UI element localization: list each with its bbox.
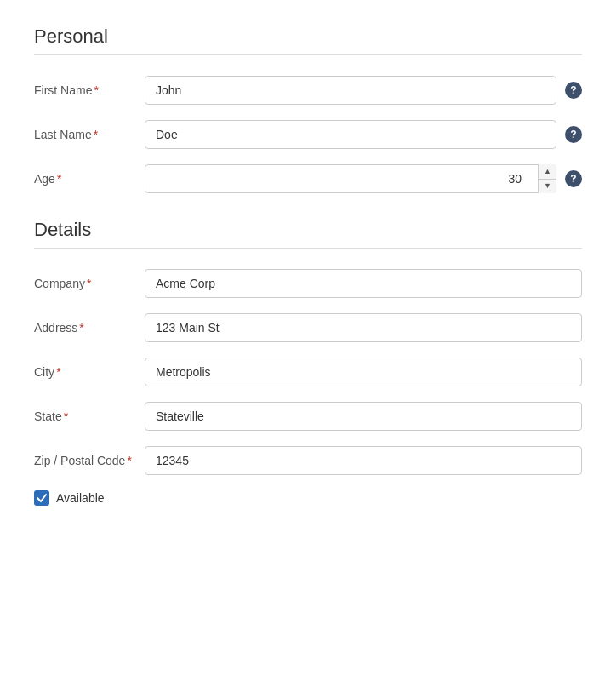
available-checkbox[interactable] [34,490,49,506]
details-section: Details Company* Address* City* State* [34,219,582,506]
zip-input[interactable] [145,446,582,475]
check-icon [37,493,47,503]
age-spinner: ▲ ▼ [538,164,556,193]
city-input[interactable] [145,358,582,386]
first-name-required: * [94,83,98,97]
state-required: * [64,409,68,423]
age-input[interactable] [145,164,556,193]
age-decrement-button[interactable]: ▼ [539,180,556,194]
personal-divider [34,54,582,55]
personal-section-title: Personal [34,26,582,48]
last-name-label: Last Name* [34,128,145,141]
city-required: * [56,365,60,379]
first-name-row: First Name* ? [34,76,582,105]
first-name-label: First Name* [34,83,145,97]
state-input[interactable] [145,402,582,431]
address-label: Address* [34,321,145,335]
city-row: City* [34,358,582,386]
first-name-input-wrapper [145,76,556,105]
city-label: City* [34,365,145,379]
zip-row: Zip / Postal Code* [34,446,582,475]
first-name-help-icon[interactable]: ? [565,82,582,99]
last-name-row: Last Name* ? [34,120,582,149]
zip-label: Zip / Postal Code* [34,454,145,467]
last-name-help-icon[interactable]: ? [565,126,582,143]
state-label: State* [34,409,145,423]
company-input-wrapper [145,269,582,298]
address-row: Address* [34,313,582,342]
age-required: * [57,172,61,186]
available-row: Available [34,490,582,506]
last-name-input-wrapper [145,120,556,149]
address-input[interactable] [145,313,582,342]
company-input[interactable] [145,269,582,298]
state-input-wrapper [145,402,582,431]
zip-required: * [127,454,131,467]
company-required: * [87,277,91,290]
details-section-title: Details [34,219,582,241]
address-input-wrapper [145,313,582,342]
company-label: Company* [34,277,145,290]
last-name-required: * [94,128,98,141]
age-input-wrapper: ▲ ▼ [145,164,556,193]
address-required: * [79,321,83,335]
personal-section: Personal First Name* ? Last Name* ? Age*… [34,26,582,193]
zip-input-wrapper [145,446,582,475]
age-row: Age* ▲ ▼ ? [34,164,582,193]
age-increment-button[interactable]: ▲ [539,164,556,180]
first-name-input[interactable] [145,76,556,105]
age-label: Age* [34,172,145,186]
city-input-wrapper [145,358,582,386]
company-row: Company* [34,269,582,298]
age-help-icon[interactable]: ? [565,170,582,187]
state-row: State* [34,402,582,431]
available-label: Available [56,491,105,505]
last-name-input[interactable] [145,120,556,149]
details-divider [34,248,582,249]
